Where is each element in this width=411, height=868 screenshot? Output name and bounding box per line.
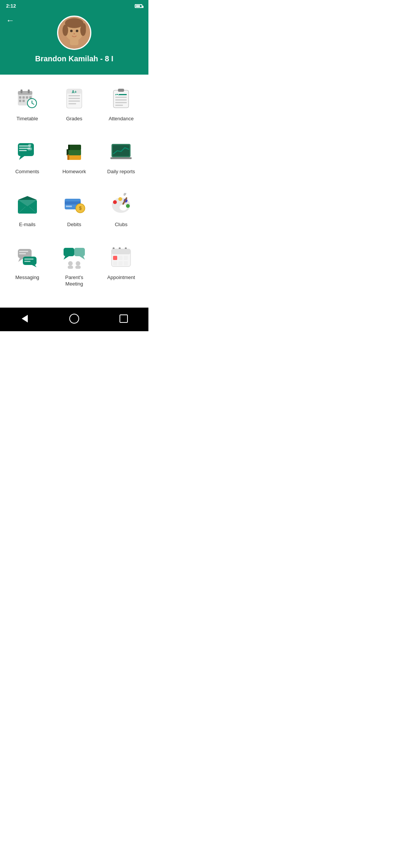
svg-rect-13 [28,89,30,93]
svg-rect-91 [112,249,131,254]
daily-reports-icon [108,138,134,165]
messaging-label: Messaging [15,274,39,281]
svg-marker-72 [18,258,24,262]
svg-text:A+: A+ [72,90,76,94]
clubs-label: Clubs [115,222,127,228]
svg-rect-77 [24,258,33,260]
svg-rect-46 [68,145,81,150]
svg-rect-95 [113,261,117,265]
parents-meeting-label: Parent's Meeting [56,274,92,287]
svg-point-66 [118,197,122,201]
time-display: 2:12 [6,3,16,9]
nav-back-button[interactable] [17,313,32,324]
student-name: Brandon Kamilah - 8 I [35,54,113,63]
grid-item-emails[interactable]: E-mails [6,184,49,233]
battery-icon [135,4,142,8]
svg-marker-41 [19,156,24,160]
svg-point-7 [70,30,73,32]
svg-point-64 [119,204,127,211]
grid-item-daily-reports[interactable]: Daily reports [100,131,143,180]
emails-label: E-mails [19,222,35,228]
appointment-icon [108,244,134,271]
svg-marker-76 [32,265,37,267]
svg-rect-29 [68,103,76,104]
svg-rect-47 [68,145,70,150]
svg-text:$: $ [79,206,82,211]
svg-rect-18 [19,100,21,102]
grades-icon: A+ [61,85,88,112]
svg-marker-82 [80,256,85,260]
svg-rect-79 [64,248,74,256]
svg-point-83 [68,261,73,266]
svg-marker-80 [64,256,69,260]
svg-rect-84 [68,266,73,269]
svg-point-65 [113,200,117,204]
nav-home-button[interactable] [67,313,82,324]
svg-point-85 [76,261,80,266]
content-area: Timetable A+ Grades Attendance Comments [0,71,148,300]
svg-rect-78 [24,261,30,262]
svg-rect-35 [115,102,127,103]
svg-rect-14 [19,96,21,99]
svg-rect-93 [118,256,123,260]
back-button[interactable]: ← [6,16,14,26]
svg-rect-36 [115,105,123,106]
grid-item-messaging[interactable]: Messaging [6,237,49,293]
emails-icon [14,191,41,218]
svg-rect-73 [19,251,28,252]
svg-point-3 [65,18,84,28]
svg-rect-12 [21,89,22,93]
svg-rect-86 [75,266,81,269]
svg-rect-34 [115,99,127,101]
clubs-icon [108,191,134,218]
comments-label: Comments [15,169,39,175]
svg-point-8 [76,30,78,32]
grid-item-homework[interactable]: Homework [53,131,96,180]
svg-rect-43 [27,147,32,150]
daily-reports-label: Daily reports [107,169,135,175]
svg-marker-54 [18,196,37,200]
svg-rect-49 [67,155,69,160]
attendance-label: Attendance [108,116,134,122]
svg-rect-26 [68,95,80,96]
svg-rect-74 [19,253,26,254]
homework-label: Homework [62,169,86,175]
svg-point-70 [123,193,127,196]
grid-item-parents-meeting[interactable]: Parent's Meeting [53,237,96,293]
grid-item-clubs[interactable]: Clubs [100,184,143,233]
svg-rect-92 [113,256,117,260]
nav-bar [0,308,148,331]
nav-recents-button[interactable] [116,313,131,324]
homework-icon [61,138,88,165]
svg-point-42 [28,144,31,147]
svg-point-6 [82,23,86,32]
messaging-icon [14,244,41,271]
debits-icon: $ [61,191,88,218]
attendance-icon [108,85,134,112]
comments-icon [14,138,41,165]
svg-rect-15 [22,96,25,99]
debits-label: Debits [67,222,81,228]
svg-rect-45 [67,149,81,155]
grid-item-attendance[interactable]: Attendance [100,78,143,128]
grid-item-grades[interactable]: A+ Grades [53,78,96,128]
svg-rect-40 [19,150,27,151]
svg-rect-11 [18,91,32,95]
grid-item-appointment[interactable]: Appointment [100,237,143,293]
svg-rect-19 [22,100,25,102]
svg-rect-97 [124,261,128,265]
grid-item-comments[interactable]: Comments [6,131,49,180]
timetable-label: Timetable [16,116,38,122]
svg-rect-48 [67,149,68,155]
avatar [57,16,91,50]
svg-rect-33 [115,97,127,98]
svg-rect-16 [26,96,28,99]
grid-item-timetable[interactable]: Timetable [6,78,49,128]
svg-rect-51 [113,145,129,156]
grades-label: Grades [66,116,83,122]
svg-rect-52 [110,157,132,159]
grid-item-debits[interactable]: $ Debits [53,184,96,233]
svg-rect-94 [124,256,128,260]
grid: Timetable A+ Grades Attendance Comments [4,78,145,292]
appointment-label: Appointment [107,274,135,281]
